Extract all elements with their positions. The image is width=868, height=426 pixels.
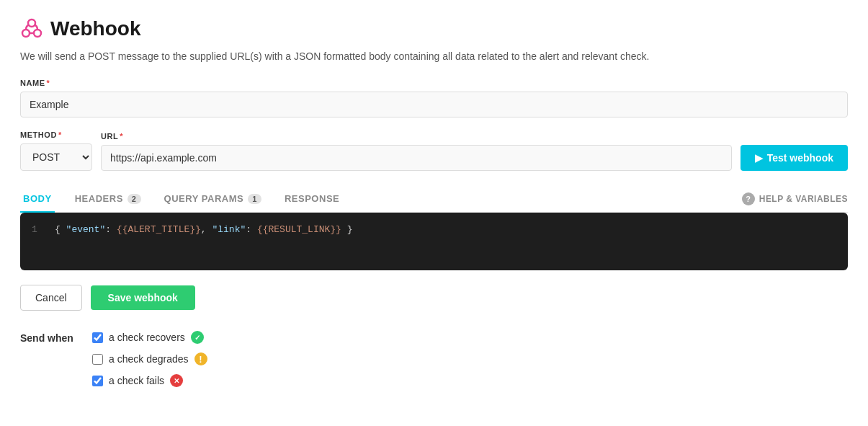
page-description: We will send a POST message to the suppl… <box>20 49 848 64</box>
tab-headers[interactable]: HEADERS 2 <box>72 186 144 213</box>
tab-body[interactable]: BODY <box>20 186 55 213</box>
status-dot-green: ✓ <box>191 331 204 344</box>
query-params-badge: 1 <box>248 194 261 204</box>
code-line: { "event": {{ALERT_TITLE}}, "link": {{RE… <box>55 224 353 259</box>
test-webhook-button[interactable]: ▶ Test webhook <box>741 145 848 171</box>
line-number: 1 <box>32 224 43 259</box>
url-field-group: URL* <box>101 132 732 171</box>
checkbox-fails-label: a check fails <box>109 375 164 386</box>
method-field-group: METHOD* POST GET PUT PATCH DELETE <box>20 130 92 171</box>
cancel-button[interactable]: Cancel <box>20 285 82 311</box>
help-icon: ? <box>742 192 755 205</box>
svg-point-1 <box>34 30 41 37</box>
webhook-logo-icon <box>20 17 43 40</box>
checkbox-row-degrades: a check degrades ! <box>92 352 207 365</box>
send-when-section: Send when a check recovers ✓ a check deg… <box>20 331 848 387</box>
page-header: Webhook <box>20 17 848 40</box>
checkbox-degrades[interactable] <box>92 354 103 365</box>
name-label: NAME* <box>20 79 848 87</box>
tabs-bar: BODY HEADERS 2 QUERY PARAMS 1 RESPONSE ?… <box>20 185 848 213</box>
code-editor[interactable]: 1 { "event": {{ALERT_TITLE}}, "link": {{… <box>20 213 848 270</box>
method-url-row: METHOD* POST GET PUT PATCH DELETE URL* ▶… <box>20 130 848 171</box>
status-dot-red: ✕ <box>170 374 183 387</box>
svg-point-2 <box>28 19 35 27</box>
checkbox-recovers-label: a check recovers <box>109 332 185 343</box>
name-input[interactable] <box>20 92 848 117</box>
checkbox-fails[interactable] <box>92 376 103 386</box>
method-select[interactable]: POST GET PUT PATCH DELETE <box>20 143 92 171</box>
tabs-section: BODY HEADERS 2 QUERY PARAMS 1 RESPONSE ?… <box>20 185 848 213</box>
checkbox-degrades-label: a check degrades <box>109 353 189 365</box>
name-field-group: NAME* <box>20 79 848 117</box>
method-label: METHOD* <box>20 130 92 139</box>
page-title: Webhook <box>50 17 140 40</box>
send-when-label: Send when <box>20 331 78 344</box>
url-input[interactable] <box>101 145 732 171</box>
status-dot-yellow: ! <box>194 352 207 365</box>
action-buttons: Cancel Save webhook <box>20 285 848 311</box>
url-label: URL* <box>101 132 732 141</box>
tabs-left: BODY HEADERS 2 QUERY PARAMS 1 RESPONSE <box>20 185 742 212</box>
checkbox-row-recovers: a check recovers ✓ <box>92 331 207 344</box>
save-webhook-button[interactable]: Save webhook <box>91 285 195 310</box>
tab-query-params[interactable]: QUERY PARAMS 1 <box>161 186 264 213</box>
send-when-checkboxes: a check recovers ✓ a check degrades ! a … <box>92 331 207 387</box>
checkbox-recovers[interactable] <box>92 332 103 343</box>
play-icon: ▶ <box>755 152 763 164</box>
headers-badge: 2 <box>127 194 141 204</box>
checkbox-row-fails: a check fails ✕ <box>92 374 207 387</box>
svg-point-0 <box>22 30 30 37</box>
help-variables-link[interactable]: ? HELP & VARIABLES <box>742 192 848 205</box>
tab-response[interactable]: RESPONSE <box>282 186 342 213</box>
